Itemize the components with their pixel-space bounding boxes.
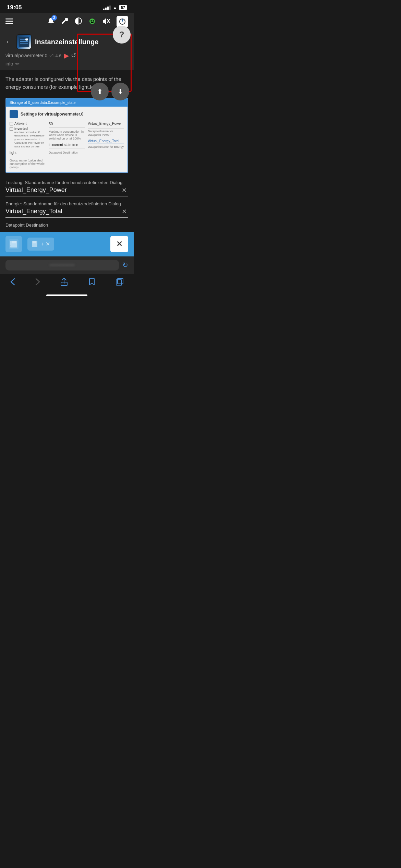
browser-back-button[interactable]: [10, 278, 15, 288]
instance-header-area: ← ⓘ Instanzeinstellunge virtual: [0, 30, 134, 70]
power-input[interactable]: [5, 186, 120, 194]
screenshot-container: Storage of 0_userdata.0.example_state Se…: [5, 98, 128, 173]
svg-rect-0: [5, 19, 13, 20]
svg-point-6: [93, 20, 94, 22]
svg-rect-11: [122, 19, 123, 22]
wrench-icon[interactable]: [61, 17, 69, 26]
home-bar: [46, 294, 87, 296]
menu-icon[interactable]: [5, 18, 13, 26]
cancel-button[interactable]: ✕: [110, 236, 128, 252]
nav-icons-group: 2: [47, 16, 128, 27]
screenshot-checkbox-aktiviert: Aktiviert: [10, 122, 46, 125]
screenshot-adapter-icon: [10, 110, 18, 118]
description-text: The adapter is configured via the data p…: [5, 75, 128, 91]
energy-clear-button[interactable]: ✕: [120, 208, 128, 215]
svg-rect-2: [5, 23, 13, 24]
instance-name-group: Instanzeinstellunge: [35, 38, 128, 46]
svg-rect-7: [91, 22, 94, 23]
adapter-thumbnail: ⓘ: [16, 34, 32, 49]
energy-input-row: ✕: [5, 208, 128, 218]
robot-icon[interactable]: [88, 17, 96, 26]
bottom-action-bar: + ✕ ✕: [0, 232, 134, 256]
screenshot-title-row: Settings for virtualpowermeter.0: [10, 110, 124, 118]
screenshot-checkbox-inverted: inverted use inverted value. if datapoin…: [10, 127, 46, 148]
save-close-button[interactable]: + ✕: [27, 238, 54, 251]
svg-rect-26: [116, 280, 122, 285]
form-section: Leistung: Standardname für den benutzerd…: [0, 177, 134, 232]
reload-button[interactable]: ↺: [71, 52, 76, 59]
screenshot-body: Settings for virtualpowermeter.0 Aktivie…: [6, 107, 127, 172]
screenshot-header: Storage of 0_userdata.0.example_state: [6, 98, 127, 107]
instance-meta: virtualpowermeter.0 v1.4.6 ▶ ↺: [5, 51, 128, 60]
svg-rect-15: [20, 43, 28, 44]
svg-rect-21: [10, 245, 17, 248]
description-section: The adapter is configured via the data p…: [0, 70, 134, 94]
svg-rect-20: [12, 241, 16, 243]
svg-text:ⓘ: ⓘ: [26, 38, 28, 41]
back-button[interactable]: ←: [5, 37, 13, 46]
power-input-row: ✕: [5, 186, 128, 196]
power-clear-button[interactable]: ✕: [120, 186, 128, 194]
browser-tabs-button[interactable]: [116, 278, 123, 288]
top-nav: 2: [0, 13, 134, 30]
version-label: v1.4.6: [49, 53, 61, 58]
screenshot-form-area: Aktiviert inverted use inverted value. i…: [10, 122, 124, 169]
notification-badge: 2: [51, 15, 57, 21]
energy-input[interactable]: [5, 208, 120, 215]
svg-point-5: [90, 20, 92, 22]
svg-rect-27: [118, 278, 123, 284]
svg-rect-1: [5, 21, 13, 22]
browser-forward-button[interactable]: [35, 278, 40, 288]
browser-share-button[interactable]: [60, 277, 68, 288]
browser-url-text: ••••••••••••••••: [50, 263, 75, 268]
svg-rect-24: [32, 245, 37, 247]
instance-id: virtualpowermeter.0: [5, 53, 47, 58]
datapoint-label: Datapoint Destination: [5, 222, 128, 228]
instance-title-row: ← ⓘ Instanzeinstellunge: [5, 34, 128, 49]
status-bar: 19:05 ▲ 57: [0, 0, 134, 13]
instance-title: Instanzeinstellunge: [35, 38, 128, 46]
svg-rect-14: [20, 41, 28, 42]
browser-url-bar[interactable]: ••••••••••••••••: [5, 260, 119, 270]
bell-icon[interactable]: 2: [47, 17, 55, 26]
power-icon[interactable]: [117, 16, 128, 27]
svg-point-4: [89, 19, 95, 24]
power-form-label: Leistung: Standardname für den benutzerd…: [5, 180, 128, 185]
browser-bottom-bar: •••••••••••••••• ↻: [0, 256, 134, 274]
info-label: info: [5, 61, 13, 67]
save-button[interactable]: [5, 236, 22, 252]
theme-icon[interactable]: [75, 17, 82, 26]
browser-bookmark-button[interactable]: [88, 278, 96, 288]
wifi-icon: ▲: [113, 5, 117, 10]
instance-header: ← ⓘ Instanzeinstellunge virtual: [0, 30, 134, 70]
energy-form-label: Energie: Standardname für den benutzerde…: [5, 201, 128, 206]
browser-nav-bar: [0, 274, 134, 292]
battery-icon: 57: [119, 5, 127, 10]
edit-icon[interactable]: ✏: [15, 61, 20, 67]
info-row: info ✏: [5, 61, 128, 67]
svg-rect-23: [33, 241, 36, 243]
screenshot-settings-title: Settings for virtualpowermeter.0: [21, 112, 83, 117]
browser-reload-button[interactable]: ↻: [122, 261, 128, 269]
status-icons: ▲ 57: [103, 5, 127, 10]
play-button[interactable]: ▶: [64, 51, 69, 60]
mute-icon[interactable]: [102, 17, 110, 26]
home-indicator: [0, 292, 134, 298]
status-time: 19:05: [7, 4, 22, 11]
signal-icon: [103, 5, 111, 10]
